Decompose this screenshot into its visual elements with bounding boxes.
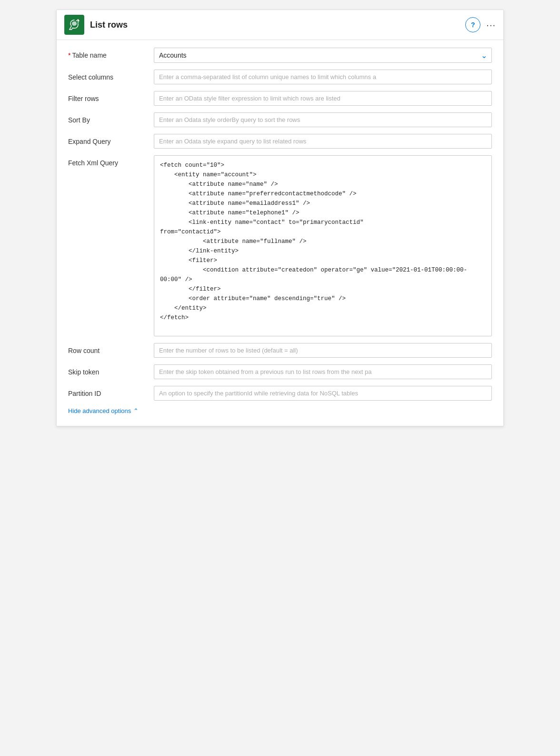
partition-id-input[interactable]: [154, 386, 492, 401]
more-icon: ···: [486, 20, 496, 30]
select-columns-label: Select columns: [68, 70, 154, 81]
expand-query-label: Expand Query: [68, 134, 154, 145]
header-left: List rows: [64, 15, 128, 35]
filter-rows-label: Filter rows: [68, 91, 154, 102]
fetch-xml-label: Fetch Xml Query: [68, 155, 154, 167]
select-columns-row: Select columns: [68, 70, 492, 84]
select-columns-input[interactable]: [154, 70, 492, 84]
form-body: *Table name Accounts ⌄ Select columns Fi…: [57, 40, 503, 426]
header-actions: ? ···: [465, 17, 496, 32]
more-options-button[interactable]: ···: [486, 20, 496, 30]
filter-rows-row: Filter rows: [68, 91, 492, 106]
header: List rows ? ···: [57, 10, 503, 40]
app-logo: [68, 18, 81, 31]
table-name-row: *Table name Accounts ⌄: [68, 48, 492, 63]
help-button[interactable]: ?: [465, 17, 480, 32]
help-icon: ?: [471, 21, 475, 29]
table-name-select-wrapper: Accounts ⌄: [154, 48, 492, 63]
skip-token-row: Skip token: [68, 364, 492, 379]
expand-query-row: Expand Query: [68, 134, 492, 149]
row-count-input[interactable]: [154, 343, 492, 358]
hide-advanced-label: Hide advanced options: [68, 407, 131, 414]
sort-by-label: Sort By: [68, 112, 154, 124]
expand-query-input[interactable]: [154, 134, 492, 149]
row-count-label: Row count: [68, 343, 154, 354]
row-count-row: Row count: [68, 343, 492, 358]
table-name-label: *Table name: [68, 48, 154, 59]
filter-rows-input[interactable]: [154, 91, 492, 106]
header-title: List rows: [90, 20, 128, 30]
partition-id-row: Partition ID: [68, 386, 492, 401]
sort-by-input[interactable]: [154, 112, 492, 127]
fetch-xml-input[interactable]: <fetch count="10"> <entity name="account…: [154, 155, 492, 336]
partition-id-label: Partition ID: [68, 386, 154, 397]
hide-advanced-section: Hide advanced options ⌃: [68, 407, 492, 414]
hide-advanced-button[interactable]: Hide advanced options ⌃: [68, 407, 139, 414]
logo-box: [64, 15, 84, 35]
fetch-xml-row: Fetch Xml Query <fetch count="10"> <enti…: [68, 155, 492, 336]
table-name-select[interactable]: Accounts: [154, 48, 492, 63]
required-indicator: *: [68, 51, 70, 59]
skip-token-label: Skip token: [68, 364, 154, 376]
main-card: List rows ? ··· *Table name Accounts ⌄: [56, 10, 504, 426]
skip-token-input[interactable]: [154, 364, 492, 379]
chevron-up-icon: ⌃: [133, 407, 139, 414]
sort-by-row: Sort By: [68, 112, 492, 127]
